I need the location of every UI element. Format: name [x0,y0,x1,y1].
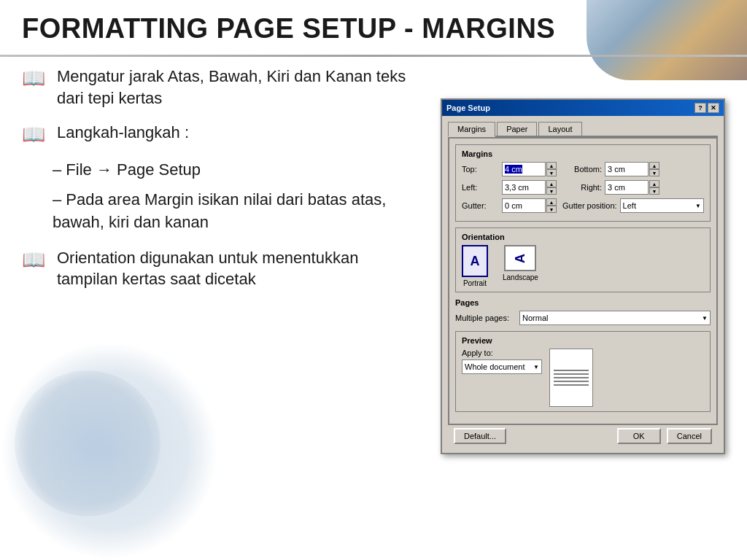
left-input[interactable]: 3,3 cm [502,180,546,195]
dialog-body: Margins Paper Layout Margins Top: 4 cm ▲ [442,116,724,453]
dialog-controls: ? ✕ [694,103,719,113]
left-spin-up[interactable]: ▲ [546,180,557,187]
dialog-footer: Default... OK Cancel [448,425,718,447]
top-input[interactable]: 4 cm [502,162,546,176]
dialog-close-button[interactable]: ✕ [708,103,719,113]
sub-bullet-1: – File → Page Setup [53,159,423,182]
right-input-box: 3 cm ▲ ▼ [605,180,659,195]
top-input-box: 4 cm ▲ ▼ [502,162,557,176]
bg-decoration-top-right [587,0,747,80]
portrait-label: Portrait [463,279,487,287]
preview-paper [549,349,593,407]
left-spin[interactable]: ▲ ▼ [546,180,557,195]
apply-label: Apply to: [462,349,542,357]
preview-left: Apply to: Whole document ▼ [462,349,542,374]
page-title: FORMATTING PAGE SETUP - MARGINS [22,13,555,44]
apply-select[interactable]: Whole document ▼ [462,359,542,374]
preview-line-3 [554,377,589,378]
orientation-label: Orientation [462,233,704,241]
gutter-label: Gutter: [462,201,502,210]
left-spin-down[interactable]: ▼ [546,187,557,195]
preview-line-5 [554,384,589,386]
pages-section: Pages Multiple pages: Normal ▼ [455,298,711,325]
landscape-label: Landscape [503,273,538,281]
book-icon-3: 📖 [22,249,45,271]
top-spin-up[interactable]: ▲ [546,162,557,169]
gutter-spin-down[interactable]: ▼ [546,206,557,213]
book-icon-1: 📖 [22,67,45,90]
gutter-spin[interactable]: ▲ ▼ [546,198,557,213]
preview-line-4 [554,381,589,382]
margins-section: Margins Top: 4 cm ▲ ▼ Bottom: [455,144,711,222]
bottom-label: Bottom: [565,165,602,174]
portrait-icon: A [462,245,488,277]
page-setup-dialog: Page Setup ? ✕ Margins Paper Layout Marg… [441,98,725,454]
footer-ok-cancel: OK Cancel [617,428,712,444]
bullet-item-3: 📖 Orientation digunakan untuk menentukka… [22,247,423,290]
orientation-options: A Portrait A Landscape [462,245,704,287]
margins-top-row: Top: 4 cm ▲ ▼ Bottom: 3 cm [462,162,704,176]
tab-paper[interactable]: Paper [497,122,537,136]
multiple-pages-value: Normal [522,314,548,322]
orientation-section: Orientation A Portrait A Landscape [455,228,711,292]
pages-label: Pages [455,298,711,307]
right-label: Right: [565,183,602,192]
default-button[interactable]: Default... [454,428,506,444]
bullet-text-3: Orientation digunakan untuk menentukkan … [57,247,423,290]
margins-section-label: Margins [462,149,704,158]
gutter-input[interactable]: 0 cm [502,198,546,213]
tab-layout[interactable]: Layout [538,122,581,136]
dialog-titlebar: Page Setup ? ✕ [442,100,724,116]
bottom-spin-down[interactable]: ▼ [649,169,659,176]
landscape-icon: A [504,245,536,271]
gutter-spin-up[interactable]: ▲ [546,198,557,206]
landscape-option[interactable]: A Landscape [503,245,538,287]
title-divider [0,55,747,57]
multiple-pages-arrow: ▼ [702,315,708,322]
preview-label: Preview [462,336,704,345]
tab-content-margins: Margins Top: 4 cm ▲ ▼ Bottom: [448,137,718,425]
multiple-pages-select[interactable]: Normal ▼ [519,311,711,325]
cancel-button[interactable]: Cancel [667,428,712,444]
top-spin[interactable]: ▲ ▼ [546,162,557,176]
multiple-pages-label: Multiple pages: [455,314,514,322]
bullet-text-1: Mengatur jarak Atas, Bawah, Kiri dan Kan… [57,66,423,109]
top-label: Top: [462,165,502,174]
tab-margins[interactable]: Margins [448,122,495,137]
right-spin-down[interactable]: ▼ [649,187,659,195]
preview-line-2 [554,373,589,375]
bottom-spin[interactable]: ▲ ▼ [649,162,659,176]
ok-button[interactable]: OK [617,428,661,444]
top-spin-down[interactable]: ▼ [546,169,557,176]
gutter-pos-select[interactable]: Left ▼ [620,198,704,213]
left-label: Left: [462,183,502,192]
dialog-help-button[interactable]: ? [694,103,706,113]
margins-gutter-row: Gutter: 0 cm ▲ ▼ Gutter position: Left [462,198,704,213]
pages-row: Multiple pages: Normal ▼ [455,311,711,325]
bullet-item-2: 📖 Langkah-langkah : [22,122,423,146]
gutter-pos-label: Gutter position: [562,201,617,210]
right-input[interactable]: 3 cm [605,180,649,195]
gutter-pos-arrow: ▼ [695,203,701,209]
apply-arrow: ▼ [533,364,539,370]
gutter-input-box: 0 cm ▲ ▼ [502,198,557,213]
left-input-box: 3,3 cm ▲ ▼ [502,180,557,195]
bullet-item-1: 📖 Mengatur jarak Atas, Bawah, Kiri dan K… [22,66,423,109]
bottom-input-box: 3 cm ▲ ▼ [605,162,659,176]
bullet-text-2: Langkah-langkah : [57,122,189,144]
right-spin[interactable]: ▲ ▼ [649,180,659,195]
preview-content: Apply to: Whole document ▼ [462,349,704,407]
portrait-option[interactable]: A Portrait [462,245,488,287]
right-spin-up[interactable]: ▲ [649,180,659,187]
bottom-input[interactable]: 3 cm [605,162,649,176]
margins-left-row: Left: 3,3 cm ▲ ▼ Right: 3 cm [462,180,704,195]
bg-circle-left [15,370,160,516]
content-area: 📖 Mengatur jarak Atas, Bawah, Kiri dan K… [22,66,423,303]
dialog-tabs: Margins Paper Layout [448,122,718,137]
sub-bullet-2: – Pada area Margin isikan nilai dari bat… [53,189,423,234]
bottom-spin-up[interactable]: ▲ [649,162,659,169]
preview-section: Preview Apply to: Whole document ▼ [455,331,711,412]
sub-bullets: – File → Page Setup – Pada area Margin i… [53,159,423,233]
dialog-title: Page Setup [446,104,490,112]
book-icon-2: 📖 [22,123,45,146]
